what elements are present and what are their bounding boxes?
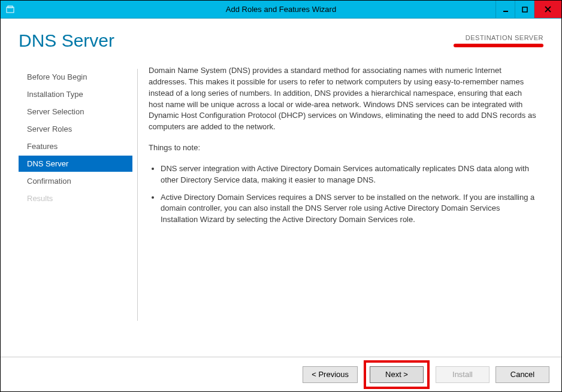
vertical-divider xyxy=(137,69,138,321)
page-title: DNS Server xyxy=(19,31,114,51)
install-button: Install xyxy=(436,366,490,383)
title-bar: Add Roles and Features Wizard xyxy=(1,1,561,19)
window-title: Add Roles and Features Wizard xyxy=(226,5,336,14)
window-controls xyxy=(495,1,561,18)
step-before-you-begin[interactable]: Before You Begin xyxy=(19,69,132,85)
note-item: Active Directory Domain Services require… xyxy=(161,192,539,226)
annotation-underline xyxy=(454,44,543,47)
minimize-button[interactable] xyxy=(495,1,515,18)
main-description: Domain Name System (DNS) provides a stan… xyxy=(149,63,543,357)
annotation-highlight-box: Next > xyxy=(364,360,430,389)
maximize-button[interactable] xyxy=(515,1,534,18)
step-server-selection[interactable]: Server Selection xyxy=(19,104,132,120)
step-results: Results xyxy=(19,190,132,206)
things-to-note-heading: Things to note: xyxy=(149,142,539,154)
destination-server-block: DESTINATION SERVER xyxy=(454,34,543,47)
cancel-button[interactable]: Cancel xyxy=(495,366,549,383)
destination-server-label: DESTINATION SERVER xyxy=(454,34,543,41)
content-row: Before You Begin Installation Type Serve… xyxy=(1,57,561,357)
wizard-footer: < Previous Next > Install Cancel xyxy=(1,357,561,391)
step-features[interactable]: Features xyxy=(19,138,132,154)
close-button[interactable] xyxy=(534,1,561,18)
notes-list: DNS server integration with Active Direc… xyxy=(149,163,539,226)
step-server-roles[interactable]: Server Roles xyxy=(19,121,132,137)
app-icon xyxy=(4,4,16,16)
next-button[interactable]: Next > xyxy=(370,366,424,383)
previous-button[interactable]: < Previous xyxy=(303,366,358,383)
header: DNS Server DESTINATION SERVER xyxy=(1,19,561,57)
wizard-steps-sidebar: Before You Begin Installation Type Serve… xyxy=(19,63,132,357)
step-dns-server[interactable]: DNS Server xyxy=(19,156,132,172)
note-item: DNS server integration with Active Direc… xyxy=(161,163,539,186)
wizard-body: DNS Server DESTINATION SERVER Before You… xyxy=(1,19,561,391)
description-paragraph: Domain Name System (DNS) provides a stan… xyxy=(149,65,539,133)
svg-rect-3 xyxy=(522,7,527,12)
step-installation-type[interactable]: Installation Type xyxy=(19,86,132,102)
step-confirmation[interactable]: Confirmation xyxy=(19,173,132,189)
